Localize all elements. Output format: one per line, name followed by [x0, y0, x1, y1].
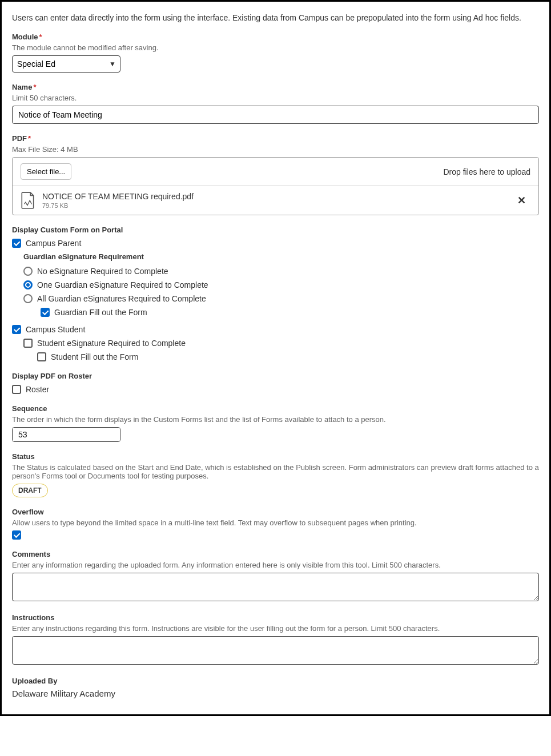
status-helper: The Status is calculated based on the St… [12, 463, 539, 480]
uploaded-by-group: Uploaded By Delaware Military Academy [12, 677, 539, 698]
status-badge: DRAFT [12, 484, 48, 497]
overflow-helper: Allow users to type beyond the limited s… [12, 518, 539, 527]
file-upload-area: Select file... Drop files here to upload… [12, 157, 539, 215]
guardian-esig-title: Guardian eSignature Requirement [23, 252, 539, 261]
name-input[interactable] [12, 106, 539, 124]
pdf-group: PDF* Max File Size: 4 MB Select file... … [12, 134, 539, 215]
all-guardian-esig-radio[interactable] [23, 294, 33, 303]
guardian-fill-label: Guardian Fill out the Form [54, 308, 147, 317]
comments-label: Comments [12, 550, 539, 558]
campus-student-checkbox[interactable] [12, 325, 21, 334]
status-group: Status The Status is calculated based on… [12, 452, 539, 497]
sequence-input[interactable] [13, 428, 120, 441]
instructions-group: Instructions Enter any instructions rega… [12, 613, 539, 666]
student-fill-checkbox[interactable] [37, 352, 46, 361]
comments-group: Comments Enter any information regarding… [12, 550, 539, 603]
pdf-helper: Max File Size: 4 MB [12, 145, 539, 154]
sequence-helper: The order in which the form displays in … [12, 415, 539, 424]
student-esig-label: Student eSignature Required to Complete [37, 339, 186, 348]
uploaded-file-row: NOTICE OF TEAM MEETING required.pdf 79.7… [13, 186, 538, 215]
roster-group: Display PDF on Roster Roster [12, 372, 539, 394]
sequence-label: Sequence [12, 404, 539, 413]
uploaded-by-label: Uploaded By [12, 677, 539, 685]
module-group: Module* The module cannot be modified af… [12, 33, 539, 73]
all-guardian-esig-label: All Guardian eSignatures Required to Com… [37, 294, 206, 303]
close-icon: ✕ [517, 195, 526, 206]
instructions-helper: Enter any instructions regarding this fo… [12, 624, 539, 633]
pdf-file-icon [21, 192, 35, 209]
no-esig-label: No eSignature Required to Complete [37, 267, 168, 276]
intro-text: Users can enter data directly into the f… [12, 13, 539, 22]
module-label: Module* [12, 33, 539, 41]
instructions-textarea[interactable] [12, 636, 539, 665]
module-select[interactable]: Special Ed [12, 55, 120, 73]
portal-title: Display Custom Form on Portal [12, 226, 539, 234]
one-guardian-esig-radio[interactable] [23, 280, 33, 289]
roster-checkbox[interactable] [12, 385, 21, 394]
pdf-label: PDF* [12, 134, 539, 143]
portal-group: Display Custom Form on Portal Campus Par… [12, 226, 539, 361]
campus-parent-checkbox[interactable] [12, 239, 21, 248]
guardian-fill-checkbox[interactable] [41, 308, 50, 317]
overflow-label: Overflow [12, 508, 539, 516]
name-label: Name* [12, 83, 539, 91]
sequence-group: Sequence The order in which the form dis… [12, 404, 539, 442]
comments-textarea[interactable] [12, 573, 539, 601]
module-helper: The module cannot be modified after savi… [12, 43, 539, 52]
name-group: Name* Limit 50 characters. [12, 83, 539, 124]
file-size: 79.75 KB [42, 202, 513, 209]
campus-student-label: Campus Student [26, 325, 85, 334]
overflow-group: Overflow Allow users to type beyond the … [12, 508, 539, 540]
one-guardian-esig-label: One Guardian eSignature Required to Comp… [37, 280, 208, 289]
roster-label: Roster [26, 385, 49, 394]
no-esig-radio[interactable] [23, 267, 33, 276]
select-file-button[interactable]: Select file... [21, 163, 71, 180]
uploaded-by-value: Delaware Military Academy [12, 689, 539, 698]
student-fill-label: Student Fill out the Form [51, 352, 138, 361]
comments-helper: Enter any information regarding the uplo… [12, 561, 539, 569]
campus-parent-label: Campus Parent [26, 239, 81, 248]
name-helper: Limit 50 characters. [12, 94, 539, 102]
form-container: Users can enter data directly into the f… [0, 0, 551, 716]
student-esig-checkbox[interactable] [23, 339, 33, 348]
remove-file-button[interactable]: ✕ [513, 192, 530, 209]
drop-hint: Drop files here to upload [443, 167, 530, 176]
instructions-label: Instructions [12, 613, 539, 622]
overflow-checkbox[interactable] [12, 530, 21, 540]
roster-title: Display PDF on Roster [12, 372, 539, 380]
file-name: NOTICE OF TEAM MEETING required.pdf [42, 192, 513, 201]
status-label: Status [12, 452, 539, 461]
